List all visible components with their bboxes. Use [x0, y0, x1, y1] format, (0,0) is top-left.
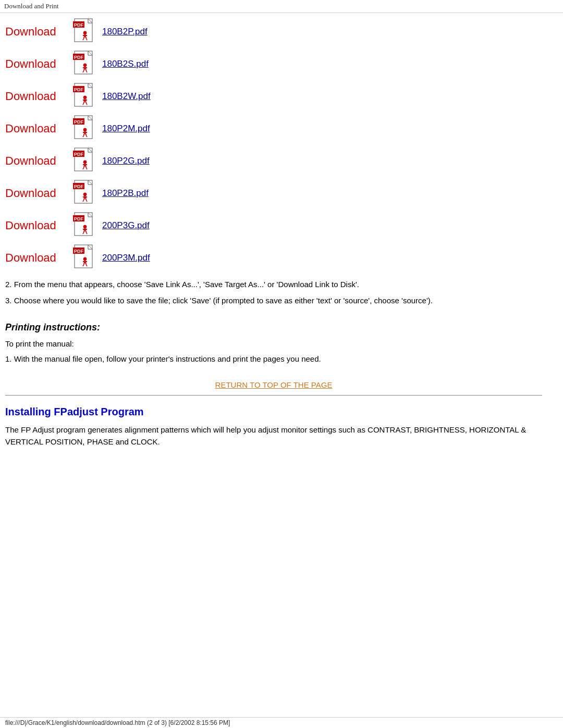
pdf-file-link[interactable]: 180P2M.pdf — [102, 124, 150, 134]
pdf-icon: PDF — [73, 51, 97, 78]
svg-text:PDF: PDF — [74, 216, 84, 221]
pdf-file-link[interactable]: 200P3M.pdf — [102, 253, 150, 263]
download-row: Download PDF 180B2P.pdf — [5, 18, 542, 45]
fp-description: The FP Adjust program generates alignmen… — [5, 424, 542, 448]
installing-section: Installing FPadjust Program The FP Adjus… — [5, 406, 542, 448]
installing-title: Installing FPadjust Program — [5, 406, 542, 418]
download-label: Download — [5, 90, 68, 103]
svg-text:PDF: PDF — [74, 87, 84, 92]
svg-point-85 — [83, 225, 87, 228]
pdf-icon: PDF — [73, 115, 97, 142]
download-row: Download PDF 180P2M.pdf — [5, 115, 542, 142]
download-list: Download PDF 180B2P.pdfDownload — [5, 18, 542, 272]
step2-text: 2. From the menu that appears, choose 'S… — [5, 279, 542, 291]
download-label: Download — [5, 57, 68, 71]
download-label: Download — [5, 187, 68, 200]
pdf-icon: PDF — [73, 83, 97, 110]
top-bar: Download and Print — [0, 0, 563, 13]
download-row: Download PDF 180P2B.pdf — [5, 180, 542, 207]
download-label: Download — [5, 122, 68, 135]
pdf-icon: PDF — [73, 180, 97, 207]
download-label: Download — [5, 25, 68, 39]
pdf-icon: PDF — [73, 147, 97, 175]
pdf-icon: PDF — [73, 18, 97, 45]
download-row: Download PDF 180P2G.pdf — [5, 147, 542, 175]
svg-text:PDF: PDF — [74, 152, 84, 157]
svg-text:PDF: PDF — [74, 119, 84, 125]
pdf-file-link[interactable]: 180B2P.pdf — [102, 27, 148, 37]
pdf-file-link[interactable]: 180P2G.pdf — [102, 156, 150, 166]
svg-text:PDF: PDF — [74, 55, 84, 60]
svg-text:PDF: PDF — [74, 22, 84, 28]
svg-point-46 — [83, 128, 87, 131]
svg-point-72 — [83, 193, 87, 196]
top-bar-label: Download and Print — [4, 2, 59, 10]
pdf-file-link[interactable]: 200P3G.pdf — [102, 220, 150, 231]
main-content: Download PDF 180B2P.pdfDownload — [0, 13, 553, 458]
pdf-icon: PDF — [73, 244, 97, 272]
printing-section: Printing instructions: To print the manu… — [5, 322, 542, 365]
return-to-top-link[interactable]: RETURN TO TOP OF THE PAGE — [215, 380, 333, 389]
download-label: Download — [5, 219, 68, 232]
return-link-container: RETURN TO TOP OF THE PAGE — [5, 380, 542, 390]
download-label: Download — [5, 154, 68, 168]
printing-step1: 1. With the manual file open, follow you… — [5, 353, 542, 365]
step3-text: 3. Choose where you would like to save t… — [5, 295, 542, 307]
svg-point-98 — [83, 257, 87, 261]
download-row: Download PDF 180B2S.pdf — [5, 51, 542, 78]
pdf-file-link[interactable]: 180B2S.pdf — [102, 59, 149, 69]
pdf-icon: PDF — [73, 212, 97, 239]
svg-point-20 — [83, 64, 87, 67]
section-divider — [5, 395, 542, 396]
download-row: Download PDF 180B2W.pdf — [5, 83, 542, 110]
download-label: Download — [5, 251, 68, 265]
printing-title: Printing instructions: — [5, 322, 542, 333]
svg-text:PDF: PDF — [74, 184, 84, 189]
svg-point-59 — [83, 161, 87, 164]
svg-point-33 — [83, 96, 87, 99]
pdf-file-link[interactable]: 180P2B.pdf — [102, 188, 149, 199]
printing-intro: To print the manual: — [5, 338, 542, 350]
download-row: Download PDF 200P3G.pdf — [5, 212, 542, 239]
download-row: Download PDF 200P3M.pdf — [5, 244, 542, 272]
pdf-file-link[interactable]: 180B2W.pdf — [102, 91, 151, 102]
svg-text:PDF: PDF — [74, 249, 84, 254]
svg-point-7 — [83, 31, 87, 34]
